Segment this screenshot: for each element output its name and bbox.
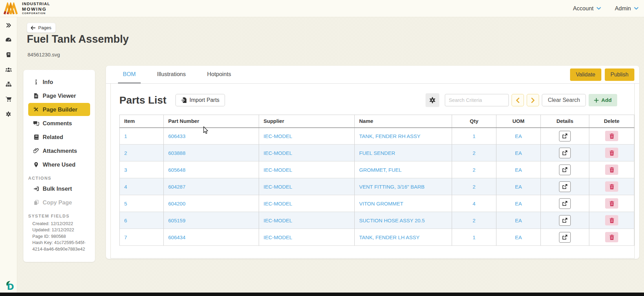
delete-button[interactable] bbox=[605, 215, 618, 225]
delete-button[interactable] bbox=[605, 181, 618, 192]
qty-cell[interactable]: 4 bbox=[452, 195, 496, 212]
supplier-cell[interactable]: IEC-MODEL bbox=[259, 212, 355, 229]
delete-button[interactable] bbox=[605, 198, 618, 209]
next-page-button[interactable] bbox=[527, 94, 539, 106]
name-cell[interactable]: TANK, FENDER LH ASSY bbox=[355, 229, 452, 246]
catalog-book-icon[interactable] bbox=[5, 51, 12, 58]
qty-cell[interactable]: 1 bbox=[452, 128, 496, 145]
admin-menu[interactable]: Admin bbox=[615, 5, 638, 12]
sidebar-action-bulk-insert[interactable]: Bulk Insert bbox=[28, 182, 90, 195]
supplier-cell[interactable]: IEC-MODEL bbox=[259, 195, 355, 212]
sidebar-item-info[interactable]: Info bbox=[28, 75, 90, 88]
sidebar-item-related[interactable]: Related bbox=[28, 130, 90, 144]
sidebar-item-comments[interactable]: Comments bbox=[28, 117, 90, 130]
search-input[interactable] bbox=[445, 94, 509, 106]
cart-icon[interactable] bbox=[5, 96, 12, 103]
account-menu[interactable]: Account bbox=[573, 5, 601, 12]
name-cell[interactable]: VENT FITTING, 3/16" BARB bbox=[355, 178, 452, 195]
settings-gear-icon[interactable] bbox=[5, 110, 12, 117]
table-row: 2 603888 IEC-MODEL FUEL SENDER 2 EA bbox=[120, 145, 634, 161]
users-icon[interactable] bbox=[5, 66, 12, 73]
part-number-cell[interactable]: 603888 bbox=[164, 145, 259, 161]
main-panel: BOM Illustrations Hotpoints Validate Pub… bbox=[106, 66, 639, 259]
uom-cell[interactable]: EA bbox=[496, 229, 541, 246]
publish-button[interactable]: Publish bbox=[605, 68, 634, 81]
details-button[interactable] bbox=[559, 198, 571, 209]
item-cell[interactable]: 1 bbox=[120, 128, 164, 145]
uom-cell[interactable]: EA bbox=[496, 161, 541, 178]
part-number-cell[interactable]: 604287 bbox=[164, 178, 259, 195]
chevrons-right-icon[interactable] bbox=[5, 22, 12, 29]
part-number-cell[interactable]: 605648 bbox=[164, 161, 259, 178]
part-number-cell[interactable]: 604200 bbox=[164, 195, 259, 212]
col-header-qty: Qty bbox=[452, 115, 496, 128]
name-cell[interactable]: GROMMET, FUEL bbox=[355, 161, 452, 178]
details-button[interactable] bbox=[559, 148, 571, 158]
external-link-icon bbox=[562, 134, 567, 138]
supplier-cell[interactable]: IEC-MODEL bbox=[259, 178, 355, 195]
uom-cell[interactable]: EA bbox=[496, 212, 541, 229]
supplier-cell[interactable]: IEC-MODEL bbox=[259, 229, 355, 246]
item-cell[interactable]: 2 bbox=[120, 145, 164, 161]
import-parts-button[interactable]: Import Parts bbox=[175, 94, 225, 106]
uom-cell[interactable]: EA bbox=[496, 195, 541, 212]
delete-button[interactable] bbox=[605, 165, 618, 175]
back-to-pages-button[interactable]: Pages bbox=[27, 23, 56, 33]
copy-icon bbox=[33, 200, 40, 205]
part-number-cell[interactable]: 605159 bbox=[164, 212, 259, 229]
details-cell bbox=[541, 195, 589, 212]
qty-cell[interactable]: 2 bbox=[452, 212, 496, 229]
item-cell[interactable]: 3 bbox=[120, 161, 164, 178]
tab-hotpoints[interactable]: Hotpoints bbox=[202, 66, 236, 83]
dashboard-gauge-icon[interactable] bbox=[5, 36, 12, 43]
tab-illustrations[interactable]: Illustrations bbox=[152, 66, 191, 83]
supplier-cell[interactable]: IEC-MODEL bbox=[259, 145, 355, 161]
delete-button[interactable] bbox=[605, 148, 618, 158]
supplier-cell[interactable]: IEC-MODEL bbox=[259, 161, 355, 178]
table-settings-gear-icon[interactable] bbox=[426, 93, 439, 107]
name-cell[interactable]: VITON GROMMET bbox=[355, 195, 452, 212]
created-date: Created: 12/12/2022 bbox=[32, 221, 91, 227]
sidebar-action-copy-page[interactable]: Copy Page bbox=[28, 196, 90, 209]
item-cell[interactable]: 5 bbox=[120, 195, 164, 212]
uom-cell[interactable]: EA bbox=[496, 145, 541, 161]
uom-cell[interactable]: EA bbox=[496, 178, 541, 195]
item-cell[interactable]: 6 bbox=[120, 212, 164, 229]
external-link-icon bbox=[562, 184, 567, 189]
qty-cell[interactable]: 2 bbox=[452, 161, 496, 178]
delete-button[interactable] bbox=[605, 232, 618, 242]
add-part-button[interactable]: Add bbox=[589, 94, 617, 106]
qty-cell[interactable]: 2 bbox=[452, 178, 496, 195]
details-button[interactable] bbox=[559, 232, 571, 243]
sitemap-icon[interactable] bbox=[5, 81, 12, 88]
name-cell[interactable]: TANK, FENDER RH ASSY bbox=[355, 128, 452, 145]
prev-page-button[interactable] bbox=[512, 94, 524, 106]
part-number-cell[interactable]: 606433 bbox=[164, 128, 259, 145]
uom-cell[interactable]: EA bbox=[496, 128, 541, 145]
qty-cell[interactable]: 2 bbox=[452, 145, 496, 161]
details-cell bbox=[541, 178, 589, 195]
delete-button[interactable] bbox=[605, 131, 618, 141]
arrow-left-icon bbox=[31, 26, 35, 30]
sidebar-item-attachments[interactable]: Attachments bbox=[28, 144, 90, 157]
item-cell[interactable]: 4 bbox=[120, 178, 164, 195]
item-cell[interactable]: 7 bbox=[120, 229, 164, 246]
name-cell[interactable]: SUCTION HOSE ASSY 20.5 bbox=[355, 212, 452, 229]
details-button[interactable] bbox=[559, 165, 571, 175]
sidebar-item-where-used[interactable]: Where Used bbox=[28, 158, 90, 171]
part-number-cell[interactable]: 606434 bbox=[164, 229, 259, 246]
sign-in-icon bbox=[33, 186, 40, 191]
sidebar-item-page-builder[interactable]: Page Builder bbox=[28, 103, 90, 116]
qty-cell[interactable]: 1 bbox=[452, 229, 496, 246]
col-header-supplier: Supplier bbox=[259, 115, 355, 128]
sidebar-item-page-viewer[interactable]: Page Viewer bbox=[28, 89, 90, 102]
validate-button[interactable]: Validate bbox=[570, 68, 601, 81]
details-button[interactable] bbox=[559, 131, 571, 141]
supplier-cell[interactable]: IEC-MODEL bbox=[259, 128, 355, 145]
details-button[interactable] bbox=[559, 215, 571, 226]
book-icon bbox=[33, 135, 40, 140]
name-cell[interactable]: FUEL SENDER bbox=[355, 145, 452, 161]
clear-search-button[interactable]: Clear Search bbox=[542, 94, 586, 106]
details-button[interactable] bbox=[559, 181, 571, 192]
tab-bom[interactable]: BOM bbox=[118, 66, 141, 83]
